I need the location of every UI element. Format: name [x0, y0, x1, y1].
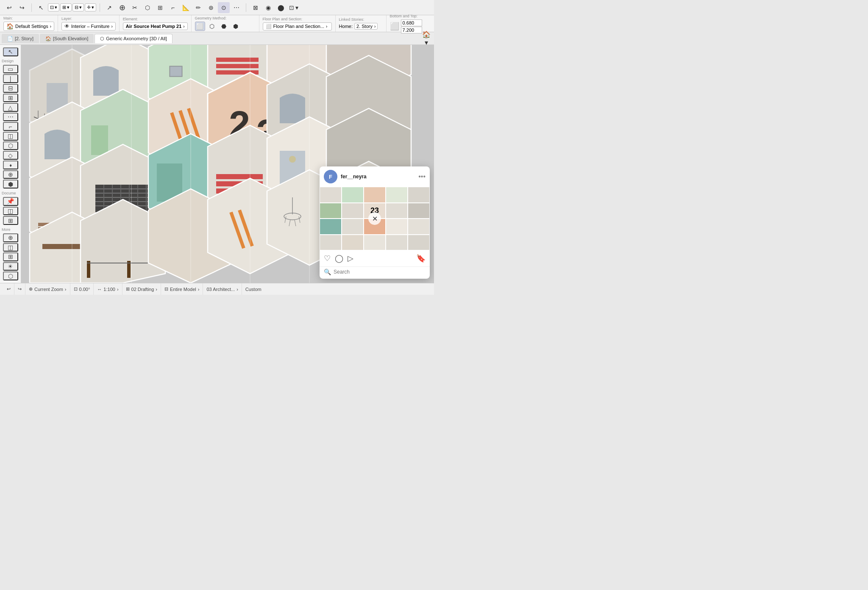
layer-select[interactable]: ⊞▾	[60, 3, 72, 11]
object-tool[interactable]: ⬡	[3, 141, 18, 150]
social-search-bar: 🔍	[320, 266, 430, 279]
select-tool[interactable]: ↖	[3, 47, 18, 56]
status-angle[interactable]: ⊡ 0.00°	[70, 283, 94, 295]
comment-icon: ◯	[335, 254, 343, 263]
main-label: Main:	[3, 16, 54, 20]
slab-tool[interactable]: ⊞	[3, 94, 18, 102]
snap-select[interactable]: ⊡▾	[48, 3, 59, 11]
magic-wand-btn[interactable]: ⊛	[205, 2, 217, 13]
social-more-btn[interactable]: •••	[418, 173, 426, 180]
globe-tool[interactable]: ⊕	[3, 233, 18, 242]
fill-tool[interactable]: ⬧	[3, 161, 18, 169]
scale-arrow: ›	[117, 287, 119, 292]
status-undo[interactable]: ↩	[3, 283, 14, 295]
elevation-tab-icon: 🏠	[45, 36, 51, 42]
status-redo[interactable]: ↪	[14, 283, 25, 295]
linked-stories-dropdown[interactable]: 2. Story ›	[354, 23, 378, 30]
redo-button[interactable]: ↪	[16, 2, 28, 13]
comment-btn[interactable]: ◯	[335, 254, 343, 263]
thumb-unit-16	[320, 235, 342, 251]
layer-dropdown[interactable]: 👁 Interior – Furniture ›	[61, 22, 116, 30]
search-icon: 🔍	[324, 269, 331, 275]
angle-icon: ⊡	[74, 286, 78, 292]
zone-tool[interactable]: ◇	[3, 151, 18, 160]
wall-tool[interactable]: ▭	[3, 65, 18, 74]
zoom-arrow: ›	[65, 287, 67, 292]
pin-tool[interactable]: 📌	[3, 197, 18, 206]
top-value-input[interactable]	[401, 27, 422, 33]
thumb-unit-9	[386, 203, 408, 219]
tab-3d-axonometry[interactable]: ⬡ Generic Axonometry [3D / All]	[95, 34, 172, 43]
measure-btn[interactable]: 📐	[180, 2, 192, 13]
move-btn[interactable]: ⊕	[116, 2, 128, 13]
tool-group-2: ↗ ⊕ ✂ ⬡ ⊞ ⌐ 📐 ✏ ⊛ ⊙ ⋯	[103, 2, 242, 13]
palette-btn[interactable]: ⬤	[275, 2, 287, 13]
grid-select[interactable]: ⊟▾	[72, 3, 84, 11]
thumb-unit-18	[364, 235, 386, 251]
extra-tool[interactable]: ⬡	[3, 271, 18, 280]
tab-2-story[interactable]: 📄 [2. Story]	[2, 34, 39, 43]
social-close-btn[interactable]: ✕	[368, 212, 381, 225]
floor-plan-label: Floor Plan and Section:	[263, 17, 332, 21]
heart-btn[interactable]: ♡	[324, 254, 331, 263]
text-tool[interactable]: ⊞	[3, 216, 18, 225]
status-arch[interactable]: 03 Architect... ›	[203, 283, 242, 295]
stair-tool[interactable]: ⋯	[3, 113, 18, 122]
bottom-top-label: Bottom and Top:	[390, 14, 434, 18]
extend-btn[interactable]: ⊞	[154, 2, 166, 13]
light-tool[interactable]: ☀	[3, 262, 18, 271]
offset-btn[interactable]: ⬡	[142, 2, 153, 13]
status-custom[interactable]: Custom	[242, 283, 265, 295]
geo-btn-4[interactable]: ⬢	[231, 22, 241, 31]
rect-more-tool[interactable]: ◫	[3, 243, 18, 252]
split-btn[interactable]: ✂	[129, 2, 141, 13]
door-tool[interactable]: ⌐	[3, 122, 18, 131]
tab-2-story-label: [2. Story]	[15, 36, 33, 41]
element-dropdown[interactable]: Air Source Heat Pump 21 ›	[123, 22, 188, 30]
beam-tool[interactable]: ⊟	[3, 84, 18, 93]
pen-btn[interactable]: ✏	[192, 2, 204, 13]
more-tools-btn[interactable]: ⋯	[231, 2, 242, 13]
floor-plan-tab-icon: 📄	[7, 36, 13, 42]
extra-btn[interactable]: ⊡ ▾	[288, 2, 300, 13]
share-icon: ▷	[348, 254, 353, 263]
bookmark-btn[interactable]: 🔖	[416, 254, 426, 263]
group-btn[interactable]: ⊙	[218, 2, 230, 13]
scale-icon: ↔	[97, 287, 102, 292]
dimension-tool[interactable]: ◫	[3, 207, 18, 216]
floor-plan-dropdown[interactable]: ⬜ Floor Plan and Section... ›	[263, 22, 332, 30]
window-tool[interactable]: ◫	[3, 132, 18, 141]
morph-tool[interactable]: ⬢	[3, 180, 18, 188]
constraint-select[interactable]: ✛▾	[85, 3, 96, 11]
status-scale[interactable]: ↔ 1:100 ›	[94, 283, 122, 295]
status-model[interactable]: ⊟ Entire Model ›	[161, 283, 203, 295]
group-design-tool[interactable]: ⊕	[3, 170, 18, 179]
share-btn[interactable]: ▷	[348, 254, 353, 263]
status-zoom[interactable]: ⊕ Current Zoom ›	[25, 283, 70, 295]
svg-rect-21	[91, 125, 108, 155]
view-home-btn[interactable]: 🏠 ▾	[420, 33, 432, 44]
undo-button[interactable]: ↩	[3, 2, 15, 13]
thumb-unit-10	[408, 203, 430, 219]
grid-more-tool[interactable]: ⊞	[3, 252, 18, 261]
nav-btn[interactable]: ◉	[262, 2, 274, 13]
geo-btn-1[interactable]: ⬜	[195, 22, 205, 31]
tab-south-elevation[interactable]: 🏠 [South Elevation]	[40, 34, 94, 43]
arrow-tool-btn[interactable]: ↖	[35, 2, 47, 13]
status-layer[interactable]: ⊞ 02 Drafting ›	[122, 283, 161, 295]
roof-tool[interactable]: △	[3, 103, 18, 112]
geo-btn-2[interactable]: ⬡	[207, 22, 217, 31]
undo-redo-group: ↩ ↪	[3, 2, 28, 13]
social-search-input[interactable]	[334, 269, 426, 275]
view-btn[interactable]: ⊠	[250, 2, 262, 13]
main-dropdown[interactable]: 🏠 Default Settings ›	[3, 22, 54, 31]
select-btn[interactable]: ↗	[103, 2, 115, 13]
geo-btn-3[interactable]: ⬣	[219, 22, 229, 31]
layer-value: Interior – Furniture	[71, 24, 109, 29]
thumb-unit-17	[342, 235, 364, 251]
layer-status-icon: ⊞	[126, 286, 130, 292]
bottom-value-input[interactable]	[401, 19, 422, 26]
fillet-btn[interactable]: ⌐	[167, 2, 179, 13]
column-tool[interactable]: |	[3, 74, 18, 83]
canvas-area[interactable]: 2 3	[21, 45, 434, 283]
